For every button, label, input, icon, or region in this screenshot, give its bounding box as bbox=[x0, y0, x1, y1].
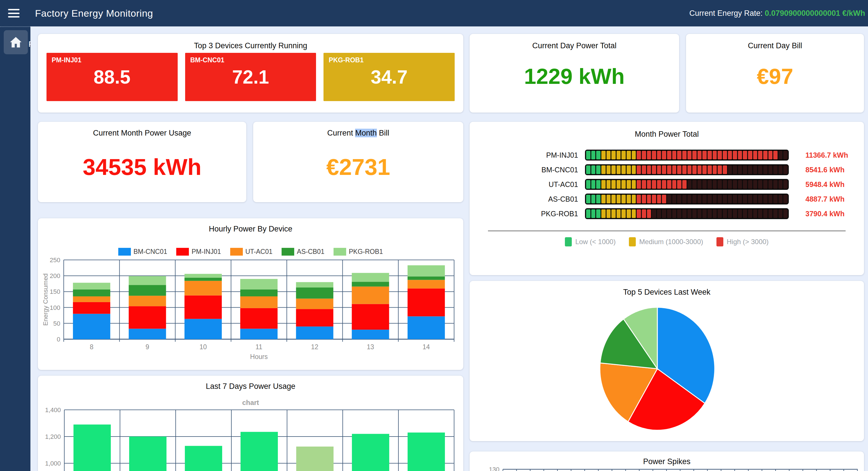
device-tile: BM-CNC0172.1 bbox=[185, 53, 316, 101]
gauge-segment bbox=[601, 151, 606, 159]
hourly-legend-swatch bbox=[334, 248, 346, 256]
gauge-row: BM-CNC018541.6 kWh bbox=[470, 164, 864, 175]
gauge-segment bbox=[768, 151, 773, 159]
svg-text:200: 200 bbox=[50, 272, 60, 279]
gauge-segment bbox=[657, 209, 661, 218]
hourly-legend-item: AS-CB01 bbox=[282, 248, 324, 256]
card-hourly-power: Hourly Power By Device BM-CNC01PM-INJ01U… bbox=[38, 218, 463, 370]
gauge-segment bbox=[672, 166, 677, 174]
gauge-segment bbox=[657, 195, 661, 203]
hourly-legend-item: PKG-ROB1 bbox=[334, 248, 383, 256]
hourly-legend-text: BM-CNC01 bbox=[133, 248, 167, 256]
gauge-segment bbox=[601, 195, 606, 203]
gauge-segment bbox=[748, 209, 752, 218]
device-tile-value: 88.5 bbox=[46, 53, 178, 101]
gauge-segment bbox=[768, 209, 773, 218]
hourly-legend-swatch bbox=[282, 248, 294, 256]
gauge-segment bbox=[662, 195, 666, 203]
gauge-segment bbox=[743, 151, 747, 159]
gauge-legend: Low (< 1000)Medium (1000-3000)High (> 30… bbox=[470, 237, 864, 246]
gauge-segment bbox=[586, 195, 590, 203]
device-tile: PM-INJ0188.5 bbox=[46, 53, 178, 101]
gauge-segment bbox=[702, 195, 707, 203]
home-button[interactable] bbox=[4, 30, 28, 54]
gauge-segment bbox=[698, 195, 702, 203]
power-spikes-chart: 130 bbox=[470, 451, 864, 471]
gauge-segment bbox=[713, 195, 717, 203]
gauge-value-label: 8541.6 kWh bbox=[805, 166, 844, 174]
gauge-device-label: UT-AC01 bbox=[470, 180, 585, 189]
gauge-segment bbox=[733, 209, 737, 218]
card-day-total: Current Day Power Total 1229 kWh bbox=[470, 34, 679, 113]
gauge-segment bbox=[627, 180, 631, 189]
month-bill-title-pre: Current bbox=[327, 129, 355, 137]
month-bill-title-post: Bill bbox=[377, 129, 390, 137]
gauge-value-label: 3790.4 kWh bbox=[805, 210, 844, 218]
gauge-segment bbox=[657, 166, 661, 174]
gauge-segment bbox=[768, 166, 773, 174]
sidebar-item-label-clipped[interactable]: F bbox=[28, 40, 30, 49]
gauge-segment bbox=[753, 180, 757, 189]
gauge-segment bbox=[738, 209, 742, 218]
gauge-row: UT-AC015948.4 kWh bbox=[470, 179, 864, 190]
gauge-segment bbox=[632, 195, 636, 203]
card-top5-pie: Top 5 Devices Last Week bbox=[470, 281, 864, 441]
gauge-legend-text: Medium (1000-3000) bbox=[639, 238, 703, 246]
gauge-segment bbox=[662, 166, 666, 174]
hamburger-menu-icon[interactable] bbox=[8, 9, 20, 18]
gauge-segment bbox=[753, 166, 757, 174]
hourly-legend-text: AS-CB01 bbox=[297, 248, 324, 256]
factory-energy-dashboard: Factory Energy Monitoring Current Energy… bbox=[0, 0, 868, 471]
gauge-segment bbox=[607, 180, 611, 189]
svg-text:10: 10 bbox=[199, 343, 207, 351]
hourly-stacked-bar-chart: 050100150200250891011121314HoursEnergy C… bbox=[38, 256, 463, 370]
svg-text:250: 250 bbox=[50, 257, 60, 264]
gauge-segment bbox=[617, 166, 621, 174]
svg-text:9: 9 bbox=[146, 343, 149, 351]
hourly-title: Hourly Power By Device bbox=[38, 225, 463, 234]
gauge-segment bbox=[723, 195, 727, 203]
gauge-device-label: AS-CB01 bbox=[470, 195, 585, 203]
gauge-segment bbox=[738, 151, 742, 159]
gauge-legend-item: Low (< 1000) bbox=[565, 237, 616, 246]
gauge-segment bbox=[677, 209, 681, 218]
gauge-segment bbox=[642, 151, 646, 159]
svg-text:50: 50 bbox=[53, 320, 60, 327]
gauge-segment bbox=[621, 151, 626, 159]
gauge-value-label: 11366.7 kWh bbox=[805, 151, 848, 159]
gauge-segment bbox=[692, 209, 696, 218]
gauge-legend-swatch bbox=[716, 237, 723, 246]
gauge-row: PM-INJ0111366.7 kWh bbox=[470, 150, 864, 160]
gauge-segment bbox=[692, 180, 696, 189]
gauge-segment bbox=[677, 180, 681, 189]
svg-text:13: 13 bbox=[367, 343, 374, 351]
gauge-segment bbox=[627, 151, 631, 159]
gauge-segment bbox=[677, 166, 681, 174]
gauge-segment bbox=[783, 209, 787, 218]
gauge-legend-swatch bbox=[565, 237, 572, 246]
gauge-segment bbox=[611, 166, 616, 174]
gauge-segment bbox=[692, 166, 696, 174]
gauge-row: PKG-ROB13790.4 kWh bbox=[470, 208, 864, 219]
gauge-segment bbox=[778, 195, 783, 203]
svg-text:14: 14 bbox=[423, 343, 430, 351]
gauge-segment bbox=[642, 195, 646, 203]
gauge-segment bbox=[677, 195, 681, 203]
gauge-segment bbox=[607, 195, 611, 203]
gauge-segment bbox=[708, 180, 712, 189]
gauge-segment bbox=[657, 180, 661, 189]
hourly-legend-text: PM-INJ01 bbox=[191, 248, 221, 256]
day-total-value: 1229 kWh bbox=[470, 64, 679, 89]
svg-text:1,000: 1,000 bbox=[45, 460, 61, 467]
svg-text:8: 8 bbox=[90, 343, 94, 351]
gauge-segment bbox=[733, 151, 737, 159]
gauge-segment bbox=[667, 195, 671, 203]
gauge-segment bbox=[692, 195, 696, 203]
gauge-segment bbox=[723, 209, 727, 218]
gauge-segment bbox=[637, 195, 641, 203]
gauge-segment bbox=[657, 151, 661, 159]
gauge-row: AS-CB014887.7 kWh bbox=[470, 194, 864, 205]
gauge-segment bbox=[718, 166, 722, 174]
gauge-segment bbox=[753, 195, 757, 203]
gauge-segment bbox=[596, 209, 600, 218]
